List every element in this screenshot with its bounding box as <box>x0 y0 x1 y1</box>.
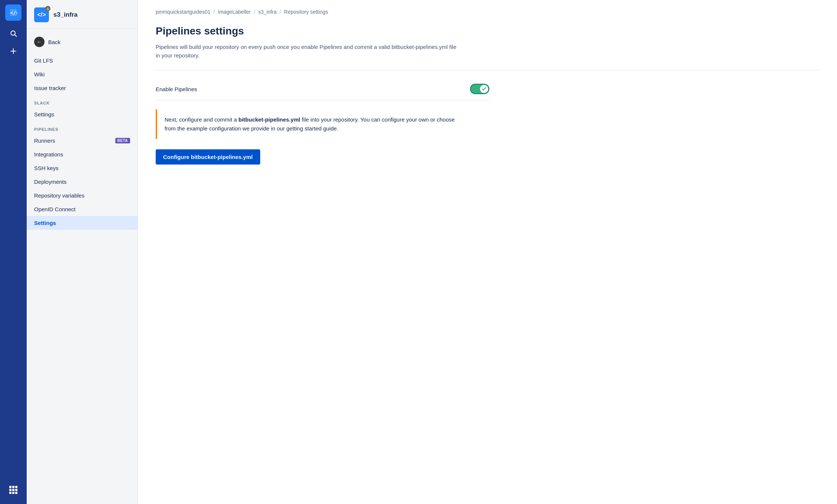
lock-badge: 🔒 <box>45 6 50 11</box>
sidebar-item-runners[interactable]: Runners BETA <box>27 134 138 147</box>
sidebar: </> 🔒 s3_infra ← Back Git LFS Wiki Issue… <box>27 0 138 504</box>
sidebar-item-slack-settings[interactable]: Settings <box>27 107 138 121</box>
breadcrumb-item-current: Repository settings <box>284 9 328 15</box>
app-logo[interactable]: </> <box>5 4 21 21</box>
sidebar-item-repo-variables[interactable]: Repository variables <box>27 189 138 202</box>
sidebar-item-issue-tracker[interactable]: Issue tracker <box>27 81 138 95</box>
svg-text:</>: </> <box>10 10 17 16</box>
sidebar-item-label: Integrations <box>34 151 63 158</box>
sidebar-item-label: Settings <box>34 220 56 226</box>
grid-menu-button[interactable] <box>5 482 21 498</box>
create-button[interactable] <box>5 43 21 59</box>
sidebar-item-openid-connect[interactable]: OpenID Connect <box>27 202 138 216</box>
sidebar-header: </> 🔒 s3_infra <box>27 0 138 29</box>
repo-name: s3_infra <box>53 11 77 19</box>
sidebar-section-slack: SLACK <box>27 95 138 107</box>
sidebar-item-label: Repository variables <box>34 192 85 199</box>
sidebar-item-deployments[interactable]: Deployments <box>27 175 138 189</box>
breadcrumb-item-s3infra[interactable]: s3_infra <box>258 9 277 15</box>
sidebar-item-label: OpenID Connect <box>34 206 76 212</box>
sidebar-item-label: Wiki <box>34 71 44 77</box>
sidebar-item-pipelines-settings[interactable]: Settings <box>27 216 138 230</box>
beta-badge: BETA <box>115 138 130 143</box>
repo-icon-symbol: </> <box>37 11 46 18</box>
info-filename: bitbucket-pipelines.yml <box>238 116 300 123</box>
sidebar-item-git-lfs[interactable]: Git LFS <box>27 54 138 67</box>
icon-bar: </> <box>0 0 27 504</box>
info-text: Next, configure and commit a bitbucket-p… <box>165 115 467 133</box>
enable-pipelines-row: Enable Pipelines <box>156 78 489 100</box>
repo-icon: </> 🔒 <box>34 7 49 22</box>
page-description: Pipelines will build your repository on … <box>156 43 460 60</box>
back-button[interactable]: ← Back <box>27 33 138 51</box>
page-title: Pipelines settings <box>156 25 819 37</box>
sidebar-item-label: Git LFS <box>34 57 53 64</box>
enable-pipelines-label: Enable Pipelines <box>156 86 197 92</box>
sidebar-item-integrations[interactable]: Integrations <box>27 147 138 161</box>
back-icon: ← <box>34 37 44 47</box>
svg-line-3 <box>15 35 17 37</box>
back-label: Back <box>48 39 60 45</box>
sidebar-item-label: Deployments <box>34 179 67 185</box>
breadcrumb-separator: / <box>279 9 281 15</box>
info-block: Next, configure and commit a bitbucket-p… <box>156 109 474 139</box>
enable-pipelines-toggle[interactable] <box>470 84 489 94</box>
grid-icon <box>9 486 17 494</box>
sidebar-item-label: Issue tracker <box>34 85 66 91</box>
sidebar-scroll: ← Back Git LFS Wiki Issue tracker SLACK … <box>27 29 138 504</box>
divider <box>156 70 819 70</box>
main-content: pmmquickstartguides01 / ImageLabeller / … <box>138 0 837 504</box>
sidebar-item-ssh-keys[interactable]: SSH keys <box>27 161 138 175</box>
breadcrumb-separator: / <box>214 9 215 15</box>
breadcrumb: pmmquickstartguides01 / ImageLabeller / … <box>156 9 819 15</box>
info-text-prefix: Next, configure and commit a <box>165 116 238 123</box>
breadcrumb-item-repo[interactable]: ImageLabeller <box>218 9 251 15</box>
sidebar-item-label: SSH keys <box>34 165 59 171</box>
toggle-knob <box>480 85 488 93</box>
sidebar-item-wiki[interactable]: Wiki <box>27 67 138 81</box>
search-button[interactable] <box>5 25 21 42</box>
breadcrumb-item-org[interactable]: pmmquickstartguides01 <box>156 9 211 15</box>
sidebar-item-label: Runners <box>34 137 55 144</box>
sidebar-item-label: Settings <box>34 111 54 117</box>
sidebar-section-pipelines: PIPELINES <box>27 121 138 134</box>
breadcrumb-separator: / <box>254 9 255 15</box>
configure-button[interactable]: Configure bitbucket-pipelines.yml <box>156 149 260 165</box>
